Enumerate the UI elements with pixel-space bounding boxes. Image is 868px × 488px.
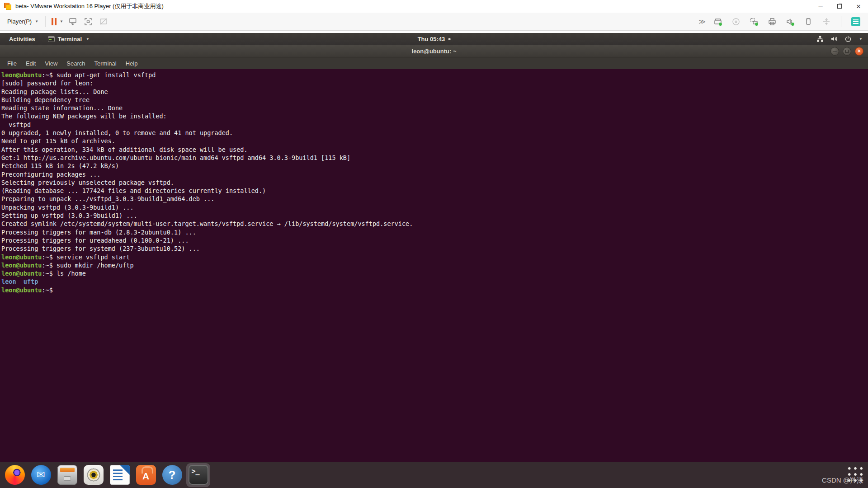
menu-view[interactable]: View <box>40 60 62 67</box>
terminal-output[interactable]: leon@ubuntu:~$ sudo apt-get install vsft… <box>0 69 868 462</box>
wired-network-icon <box>816 35 824 43</box>
dock-item-files[interactable] <box>55 463 79 487</box>
terminal-line: Processing triggers for man-db (2.8.3-2u… <box>1 228 867 236</box>
suspend-dropdown-icon[interactable]: ▼ <box>60 19 63 23</box>
terminal-line: leon@ubuntu:~$ <box>1 286 867 294</box>
terminal-line: Building dependency tree <box>1 96 867 104</box>
suspend-icon <box>52 18 57 25</box>
close-button[interactable]: ✕ <box>849 0 868 13</box>
suspend-button[interactable]: ▼ <box>50 18 65 25</box>
terminal-title: leon@ubuntu: ~ <box>412 48 457 55</box>
terminal-line: Unpacking vsftpd (3.0.3-9build1) ... <box>1 203 867 211</box>
terminal-line: Get:1 http://us.archive.ubuntu.com/ubunt… <box>1 154 867 162</box>
terminal-line: Processing triggers for ureadahead (0.10… <box>1 236 867 244</box>
terminal-line: Need to get 115 kB of archives. <box>1 137 867 145</box>
terminal-line: leon@ubuntu:~$ service vsftpd start <box>1 253 867 261</box>
player-menu-label: Player(P) <box>7 18 32 25</box>
app-menu-label: Terminal <box>58 36 82 42</box>
dock-item-help[interactable] <box>160 463 184 487</box>
menu-file[interactable]: File <box>3 60 21 67</box>
fullscreen-icon <box>83 17 93 27</box>
libreoffice-writer-icon <box>110 465 130 485</box>
menu-edit[interactable]: Edit <box>21 60 40 67</box>
cd-dvd-icon[interactable] <box>729 15 743 28</box>
toolbar-separator <box>45 16 46 27</box>
terminal-app-icon <box>48 36 55 42</box>
notification-dot <box>448 38 450 40</box>
minimize-button[interactable]: ─ <box>811 0 830 13</box>
terminal-titlebar[interactable]: leon@ubuntu: ~ ─ × <box>0 45 868 57</box>
hard-disk-icon[interactable] <box>711 15 725 28</box>
terminal-line: The following NEW packages will be insta… <box>1 112 867 120</box>
system-status-menu[interactable]: ▼ <box>816 35 863 43</box>
terminal-line: Reading state information... Done <box>1 104 867 112</box>
app-menu-button[interactable]: Terminal ▼ <box>48 36 90 42</box>
shrink-disk-icon[interactable] <box>820 15 833 28</box>
usb-device-icon[interactable] <box>802 15 815 28</box>
volume-icon <box>830 35 838 43</box>
terminal-minimize-button[interactable]: ─ <box>830 47 839 56</box>
window-controls: ─ ✕ <box>811 0 868 13</box>
dock-item-firefox[interactable] <box>3 463 27 487</box>
dock: CSDN @羚漆 <box>0 462 868 488</box>
files-icon <box>57 465 77 485</box>
terminal-line: Setting up vsftpd (3.0.3-9build1) ... <box>1 211 867 220</box>
terminal-menubar: File Edit View Search Terminal Help <box>0 57 868 69</box>
terminal-line: Reading package lists... Done <box>1 88 867 96</box>
terminal-line: 0 upgraded, 1 newly installed, 0 to remo… <box>1 129 867 137</box>
clock-label: Thu 05:43 <box>418 36 445 42</box>
send-ctrl-alt-del-button[interactable] <box>66 15 80 28</box>
activities-button[interactable]: Activities <box>5 36 39 42</box>
thunderbird-icon <box>31 465 51 485</box>
network-adapter-icon[interactable] <box>747 15 761 28</box>
maximize-icon <box>845 50 849 53</box>
terminal-maximize-button[interactable] <box>843 47 851 56</box>
keyboard-send-icon <box>68 17 78 27</box>
vmware-toolbar: Player(P) ▼ ▼ ≫ <box>0 13 868 31</box>
terminal-line: vsftpd <box>1 121 867 129</box>
watermark: CSDN @羚漆 <box>822 476 863 485</box>
vmware-player-window: beta- VMware Workstation 16 Player (仅用于非… <box>0 0 868 488</box>
terminal-window-buttons: ─ × <box>830 45 863 57</box>
terminal-line: Fetched 115 kB in 2s (47.2 kB/s) <box>1 162 867 170</box>
dock-item-terminal[interactable] <box>186 463 210 487</box>
terminal-line: leon@ubuntu:~$ sudo mkdir /home/uftp <box>1 261 867 269</box>
menu-search[interactable]: Search <box>62 60 90 67</box>
dock-item-rhythmbox[interactable] <box>81 463 105 487</box>
unity-mode-icon <box>99 17 108 27</box>
terminal-line: leon@ubuntu:~$ ls /home <box>1 269 867 277</box>
dock-item-ubuntu-software[interactable] <box>134 463 158 487</box>
terminal-line: (Reading database ... 177424 files and d… <box>1 187 867 195</box>
fullscreen-button[interactable] <box>81 15 95 28</box>
restore-icon <box>837 4 842 9</box>
vm-screen: Activities Terminal ▼ Thu 05:43 <box>0 31 868 488</box>
dock-item-libreoffice-writer[interactable] <box>108 463 132 487</box>
clock-button[interactable]: Thu 05:43 <box>418 36 451 42</box>
restore-button[interactable] <box>830 0 849 13</box>
menu-terminal[interactable]: Terminal <box>90 60 121 67</box>
library-panel-button[interactable] <box>849 15 863 28</box>
window-title: beta- VMware Workstation 16 Player (仅用于非… <box>15 2 811 10</box>
printer-icon[interactable] <box>765 15 779 28</box>
terminal-line: [sudo] password for leon: <box>1 79 867 87</box>
library-panel-icon <box>851 17 860 26</box>
menu-help[interactable]: Help <box>121 60 142 67</box>
rhythmbox-icon <box>84 465 104 485</box>
firefox-icon <box>5 465 25 485</box>
chevron-down-icon: ▼ <box>859 37 863 41</box>
device-status-bar: ≫ <box>697 15 863 28</box>
player-menu-button[interactable]: Player(P) ▼ <box>5 18 41 25</box>
collapse-chevrons-icon[interactable]: ≫ <box>697 18 708 26</box>
ubuntu-software-icon <box>136 465 156 485</box>
dock-item-thunderbird[interactable] <box>29 463 53 487</box>
terminal-icon <box>189 465 208 485</box>
power-icon <box>844 35 852 43</box>
terminal-line: After this operation, 334 kB of addition… <box>1 145 867 154</box>
sound-icon[interactable] <box>783 15 797 28</box>
vmware-logo-icon <box>4 2 12 10</box>
chevron-down-icon: ▼ <box>86 37 90 41</box>
terminal-line: Created symlink /etc/systemd/system/mult… <box>1 220 867 228</box>
unity-mode-button[interactable] <box>97 15 110 28</box>
terminal-close-button[interactable]: × <box>855 47 863 56</box>
window-titlebar: beta- VMware Workstation 16 Player (仅用于非… <box>0 0 868 13</box>
